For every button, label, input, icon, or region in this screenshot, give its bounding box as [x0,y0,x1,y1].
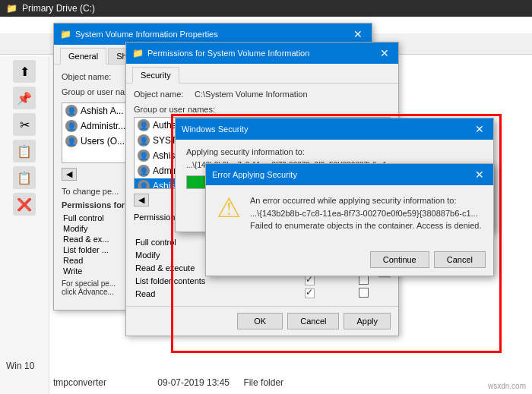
dialog-perms-titlebar: 📁 Permissions for System Volume Informat… [126,43,398,64]
error-text-block: An error occurred while applying securit… [250,194,482,230]
sidebar-delete-icon[interactable]: ❌ [13,193,36,216]
winsec-progress-label: Applying security information to: [186,147,483,156]
avatar-ashish-mohta [138,180,150,189]
window-titlebar: 📁 Primary Drive (C:) [0,0,532,17]
perms-apply-button[interactable]: Apply [344,313,391,329]
user-avatar-admin [65,120,78,132]
error-close-button[interactable]: ✕ [472,169,487,180]
svi-object-label: Object name: [62,72,122,81]
sidebar-paste-icon[interactable]: 📋 [13,166,36,189]
tab-general[interactable]: General [60,48,106,65]
avatar-system [138,134,150,147]
checkbox-listfolder-deny[interactable] [359,275,369,285]
error-cancel-button[interactable]: Cancel [434,251,486,268]
window-title: Primary Drive (C:) [22,3,95,14]
dialog-error-applying-security: Error Applying Security ✕ ⚠ An error occ… [205,163,494,276]
sidebar-copy-icon[interactable]: 📋 [13,140,36,162]
svi-props-title: System Volume Information Properties [75,30,350,39]
perms-object-label: Object name: [134,90,195,99]
window-icon: 📁 [6,3,17,14]
back-button[interactable]: ◀ [62,168,77,181]
user-name-ashish-a: Ashish A... [81,106,124,116]
winsec-titlebar: Windows Security ✕ [176,118,493,140]
perm-read: Read [134,287,391,300]
error-detail: Failed to enumerate objects in the conta… [250,221,482,230]
error-title: Error Applying Security [212,170,472,179]
error-content: ⚠ An error occurred while applying secur… [217,194,483,230]
perms-object-value: C:\System Volume Information [195,90,308,99]
error-titlebar: Error Applying Security ✕ [206,164,493,185]
svi-props-icon: 📁 [60,29,71,39]
user-name-admin: Administr... [81,121,125,131]
user-avatar-ashish-a [65,105,78,117]
user-name-users: Users (O... [81,136,125,147]
checkbox-read-deny[interactable] [359,288,369,298]
perms-icon: 📁 [132,48,144,58]
avatar-authenticated [138,119,150,131]
winsec-close-button[interactable]: ✕ [472,124,487,134]
explorer-sidebar: ⬆ 📌 ✂ 📋 📋 ❌ [0,56,49,394]
sidebar-pin-icon[interactable]: 📌 [13,87,36,109]
perms-title: Permissions for System Volume Informatio… [147,49,377,58]
sidebar-cut-icon[interactable]: ✂ [13,113,36,136]
perms-back-button[interactable]: ◀ [134,194,149,206]
perms-close-button[interactable]: ✕ [377,48,392,58]
tab-security[interactable]: Security [132,67,179,84]
perm-read-label: Read [134,287,283,300]
watermark: wsxdn.com [488,382,526,390]
perms-tabs: Security [126,64,398,84]
avatar-administrators [138,165,150,177]
date-label: 09-07-2019 13:45 [157,377,230,388]
perm-read-deny[interactable] [337,287,391,300]
perm-list-folder: List folder contents [134,274,391,287]
perm-list-folder-label: List folder contents [134,274,283,287]
checkbox-listfolder-allow[interactable] [305,276,315,285]
warning-icon: ⚠ [217,194,241,222]
sidebar-up-icon[interactable]: ⬆ [13,60,36,83]
error-message: An error occurred while applying securit… [250,194,482,207]
filetype-label: File folder [243,377,283,388]
perms-group-label: Group or user names: [134,105,391,114]
perms-footer: OK Cancel Apply [126,306,398,336]
filename-label: tmpconverter [53,377,106,388]
error-continue-button[interactable]: Continue [370,251,429,268]
perms-cancel-button[interactable]: Cancel [287,313,339,329]
perm-read-allow[interactable] [283,287,337,300]
winsec-title: Windows Security [182,125,472,134]
perms-object-row: Object name: C:\System Volume Informatio… [134,90,391,99]
file-row: tmpconverter 09-07-2019 13:45 File folde… [53,377,283,388]
checkbox-read-allow[interactable] [305,288,315,298]
error-path: ...\{143b2b8b-c7c8-11ea-8f73-00270e0f0e5… [250,209,482,218]
error-footer: Continue Cancel [206,247,493,276]
error-body: ⚠ An error occurred while applying secur… [206,185,493,247]
perms-ok-button[interactable]: OK [237,313,283,329]
svi-props-close-button[interactable]: ✕ [350,29,366,39]
avatar-ashish-admin [138,150,150,162]
win10-watermark: Win 10 [6,361,34,371]
user-avatar-users [65,135,78,147]
perm-list-folder-allow[interactable] [283,274,337,287]
